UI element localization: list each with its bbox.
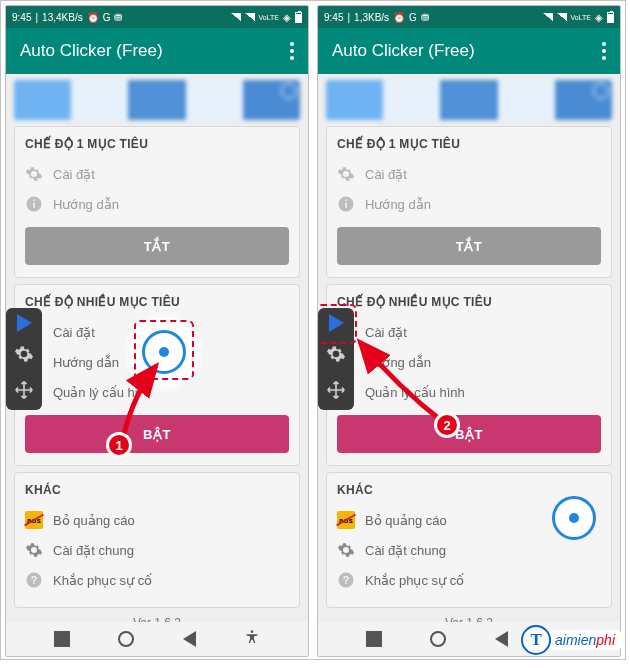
troubleshoot-label: Khắc phục sự cố (365, 573, 464, 588)
multi-manage-row[interactable]: Quản lý cấu hình (337, 377, 601, 407)
battery-icon (295, 12, 302, 23)
volte-icon: VoLTE (571, 14, 592, 21)
remove-ads-label: Bỏ quảng cáo (53, 513, 135, 528)
single-settings-row[interactable]: Cài đặt (25, 159, 289, 189)
single-guide-row[interactable]: Hướng dẫn (337, 189, 601, 219)
gear-icon (25, 541, 43, 559)
g-icon: G (103, 12, 111, 23)
troubleshoot-label: Khắc phục sự cố (53, 573, 152, 588)
alarm-icon: ⏰ (393, 12, 405, 23)
other-card: KHÁC ads Bỏ quảng cáo Cài đặt chung ? Kh… (14, 472, 300, 608)
click-target-marker[interactable] (142, 330, 186, 374)
play-icon[interactable] (17, 314, 32, 332)
multi-guide-row[interactable]: Hướng dẫn (337, 347, 601, 377)
app-bar: Auto Clicker (Free) (6, 28, 308, 74)
general-settings-row[interactable]: Cài đặt chung (25, 535, 289, 565)
ads-icon: ads (337, 511, 355, 529)
g-icon: G (409, 12, 417, 23)
nav-recent-icon[interactable] (54, 631, 70, 647)
svg-text:?: ? (343, 574, 349, 586)
svg-rect-11 (345, 200, 347, 202)
info-icon (25, 195, 43, 213)
move-icon[interactable] (14, 380, 34, 404)
general-settings-label: Cài đặt chung (365, 543, 446, 558)
click-target-marker[interactable] (552, 496, 596, 540)
battery-icon (607, 12, 614, 23)
multi-on-button[interactable]: BẬT (337, 415, 601, 453)
app-bar: Auto Clicker (Free) (318, 28, 620, 74)
general-settings-label: Cài đặt chung (53, 543, 134, 558)
general-settings-row[interactable]: Cài đặt chung (337, 535, 601, 565)
single-target-title: CHẾ ĐỘ 1 MỤC TIÊU (337, 137, 601, 151)
status-time: 9:45 (12, 12, 31, 23)
multi-target-card: CHẾ ĐỘ NHIỀU MỤC TIÊU Cài đặt Hướng dẫn … (326, 284, 612, 466)
help-icon: ? (25, 571, 43, 589)
watermark-logo: T (521, 625, 551, 655)
multi-manage-label: Quản lý cấu hình (365, 385, 465, 400)
multi-manage-label: Quản lý cấu hi (53, 385, 138, 400)
other-title: KHÁC (337, 483, 601, 497)
status-bar: 9:45 | 1,3KB/s ⏰ G ⛃ VoLTE ◈ (318, 6, 620, 28)
single-settings-row[interactable]: Cài đặt (337, 159, 601, 189)
nav-home-icon[interactable] (118, 631, 134, 647)
single-target-title: CHẾ ĐỘ 1 MỤC TIÊU (25, 137, 289, 151)
move-icon[interactable] (326, 380, 346, 404)
nav-back-icon[interactable] (495, 631, 508, 647)
volte-icon: VoLTE (259, 14, 280, 21)
single-target-card: CHẾ ĐỘ 1 MỤC TIÊU Cài đặt Hướng dẫn TẮT (14, 126, 300, 278)
troubleshoot-row[interactable]: ? Khắc phục sự cố (337, 565, 601, 595)
wifi-icon: ◈ (595, 12, 603, 23)
info-icon (337, 195, 355, 213)
status-bar: 9:45 | 13,4KB/s ⏰ G ⛃ VoLTE ◈ (6, 6, 308, 28)
floating-toolbar[interactable] (6, 308, 42, 410)
single-target-card: CHẾ ĐỘ 1 MỤC TIÊU Cài đặt Hướng dẫn TẮT (326, 126, 612, 278)
alarm-icon: ⏰ (87, 12, 99, 23)
multi-on-button[interactable]: BẬT (25, 415, 289, 453)
trash-icon: ⛃ (114, 12, 122, 23)
status-net-speed: 13,4KB/s (42, 12, 83, 23)
single-off-button[interactable]: TẮT (337, 227, 601, 265)
gear-icon (25, 165, 43, 183)
remove-ads-row[interactable]: ads Bỏ quảng cáo (25, 505, 289, 535)
gear-icon (337, 165, 355, 183)
other-card: KHÁC ads Bỏ quảng cáo Cài đặt chung ? Kh… (326, 472, 612, 608)
single-off-button[interactable]: TẮT (25, 227, 289, 265)
wifi-icon: ◈ (283, 12, 291, 23)
nav-home-icon[interactable] (430, 631, 446, 647)
multi-target-title: CHẾ ĐỘ NHIỀU MỤC TIÊU (337, 295, 601, 309)
play-icon[interactable] (329, 314, 344, 332)
nav-recent-icon[interactable] (366, 631, 382, 647)
phone-right: 9:45 | 1,3KB/s ⏰ G ⛃ VoLTE ◈ Auto Clicke… (317, 5, 621, 657)
single-settings-label: Cài đặt (365, 167, 407, 182)
signal-icon (557, 13, 567, 21)
other-title: KHÁC (25, 483, 289, 497)
multi-guide-label: Hướng dẫn (365, 355, 431, 370)
svg-rect-2 (33, 200, 35, 202)
signal-icon (245, 13, 255, 21)
app-title: Auto Clicker (Free) (332, 41, 475, 61)
svg-rect-10 (345, 203, 347, 208)
step-badge-2: 2 (434, 412, 460, 438)
nav-back-icon[interactable] (183, 631, 196, 647)
multi-settings-label: Cài đặt (53, 325, 95, 340)
gear-icon (337, 541, 355, 559)
signal-icon (543, 13, 553, 21)
signal-icon (231, 13, 241, 21)
gear-icon[interactable] (14, 344, 34, 368)
svg-text:?: ? (31, 574, 37, 586)
multi-target-title: CHẾ ĐỘ NHIỀU MỤC TIÊU (25, 295, 289, 309)
multi-settings-row[interactable]: Cài đặt (337, 317, 601, 347)
ads-icon: ads (25, 511, 43, 529)
status-net-speed: 1,3KB/s (354, 12, 389, 23)
overflow-menu-icon[interactable] (602, 42, 606, 60)
troubleshoot-row[interactable]: ? Khắc phục sự cố (25, 565, 289, 595)
ad-banner[interactable] (14, 80, 300, 120)
nav-accessibility-icon[interactable] (244, 629, 260, 649)
floating-toolbar[interactable] (318, 308, 354, 410)
gear-icon[interactable] (326, 344, 346, 368)
single-guide-row[interactable]: Hướng dẫn (25, 189, 289, 219)
overflow-menu-icon[interactable] (290, 42, 294, 60)
ad-banner[interactable] (326, 80, 612, 120)
phone-left: 9:45 | 13,4KB/s ⏰ G ⛃ VoLTE ◈ Auto Click… (5, 5, 309, 657)
remove-ads-label: Bỏ quảng cáo (365, 513, 447, 528)
